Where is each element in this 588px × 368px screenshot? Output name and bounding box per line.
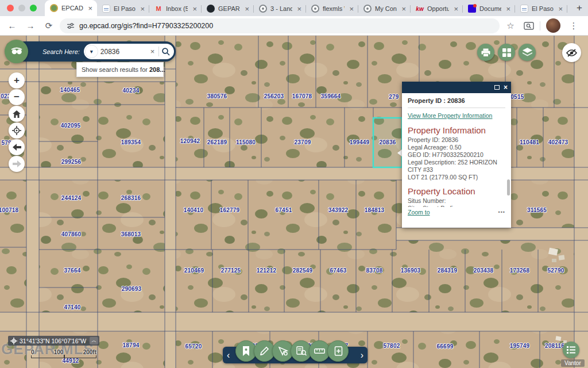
eye-slash-icon <box>566 48 577 57</box>
forward-icon[interactable]: → <box>23 18 38 33</box>
tab-label: flexmls W <box>323 5 345 12</box>
toolbar-next-icon[interactable]: › <box>361 351 363 360</box>
bookmark-star-icon[interactable]: ☆ <box>503 18 518 33</box>
search-suggestion[interactable]: Show search results for 208... <box>76 62 164 77</box>
new-tab-button[interactable]: + <box>572 2 588 16</box>
tab-close-icon[interactable]: × <box>243 5 250 13</box>
legend-button[interactable] <box>563 342 579 358</box>
property-field: LOT 21 (21779.00 SQ FT) <box>408 174 505 181</box>
address-bar[interactable]: go.epcad.org/gis?find=H77903325200200 <box>60 18 500 33</box>
parcel-label: 40234 <box>123 87 140 94</box>
toolbar-divider <box>540 21 540 30</box>
tab-close-icon[interactable]: × <box>452 5 459 13</box>
back-arrow-icon <box>13 144 21 151</box>
hide-ui-button[interactable] <box>562 43 581 62</box>
property-field: Property ID: 20836 <box>408 136 505 144</box>
window-minimize-button[interactable] <box>18 5 25 12</box>
window-controls[interactable] <box>0 5 45 16</box>
browser-tab[interactable]: El Paso Ce× <box>515 1 567 16</box>
browser-titlebar: EPCAD GI×El Paso C×MInbox (5,2×GEPAR Da×… <box>0 0 588 16</box>
browser-tab[interactable]: MInbox (5,2× <box>149 1 202 16</box>
zoom-out-button[interactable]: − <box>9 89 25 105</box>
tab-search-icon[interactable] <box>524 22 534 30</box>
print-icon <box>481 48 490 57</box>
tab-close-icon[interactable]: × <box>296 5 303 13</box>
browser-tab[interactable]: EPCAD GI× <box>45 0 97 16</box>
browser-tab[interactable]: El Paso C× <box>97 1 149 16</box>
tab-close-icon[interactable]: × <box>400 5 407 13</box>
tab-close-icon[interactable]: × <box>348 5 355 13</box>
tab-close-icon[interactable]: × <box>557 5 564 13</box>
scale-label: 0 <box>31 349 34 355</box>
basemap-button[interactable] <box>498 44 515 61</box>
add-data-tool-button[interactable] <box>327 340 349 362</box>
zoom-in-button[interactable]: + <box>9 72 25 89</box>
browser-tab[interactable]: flexmls W× <box>306 1 358 16</box>
browser-tab[interactable]: kwOpportun× <box>411 1 463 16</box>
profile-avatar[interactable] <box>546 18 560 33</box>
kw-favicon: kw <box>416 5 424 13</box>
reload-icon[interactable]: ⟳ <box>41 18 56 33</box>
home-button[interactable] <box>9 106 25 122</box>
browser-toolbar: ← → ⟳ go.epcad.org/gis?find=H77903325200… <box>0 16 588 36</box>
popup-scrollbar[interactable] <box>507 179 510 195</box>
parcel-label: 407860 <box>61 231 82 237</box>
property-field: Legal Acreage: 0.50 <box>408 144 505 151</box>
tab-strip[interactable]: EPCAD GI×El Paso C×MInbox (5,2×GEPAR Da×… <box>45 0 572 16</box>
previous-extent-button[interactable] <box>9 139 25 155</box>
search-input[interactable] <box>100 48 146 56</box>
coordinates-readout: 31°41'33"N 106°07'16"W <box>17 338 90 344</box>
toolbar-right: ☆ ⋮ <box>503 18 583 33</box>
parcel-label: 380576 <box>207 93 227 99</box>
target-favicon <box>311 5 319 13</box>
popup-more-icon[interactable]: ••• <box>498 209 505 215</box>
tab-label: Documen <box>479 5 501 12</box>
view-more-link[interactable]: View More Property Information <box>408 112 492 119</box>
parcel-label: 57802 <box>384 343 400 349</box>
search-input-group[interactable]: ▾ × <box>84 44 175 59</box>
back-icon[interactable]: ← <box>5 18 20 33</box>
parcel-label: 184813 <box>365 207 385 213</box>
layers-button[interactable] <box>519 44 536 61</box>
tab-close-icon[interactable]: × <box>191 5 198 13</box>
print-button[interactable] <box>477 44 494 61</box>
popup-close-icon[interactable]: × <box>504 84 508 91</box>
pencil-icon <box>260 346 269 356</box>
parcel-label: 277125 <box>221 267 241 274</box>
gis-search-bar[interactable]: Search Here: ▾ × <box>15 41 176 62</box>
suggestion-ellipsis: ... <box>160 66 165 73</box>
zoom-to-link[interactable]: Zoom to <box>408 209 430 216</box>
parcel-label: 115080 <box>236 139 256 145</box>
tab-label: El Paso Ce <box>532 5 554 12</box>
imagery-attribution: Vantor <box>561 359 585 367</box>
toolbar-prev-icon[interactable]: ‹ <box>227 351 230 360</box>
parcel-label: 167078 <box>292 93 312 99</box>
tab-close-icon[interactable]: × <box>139 5 146 13</box>
parcel-label: 120942 <box>180 138 200 144</box>
tab-close-icon[interactable]: × <box>505 5 512 13</box>
window-zoom-button[interactable] <box>30 5 37 12</box>
chevron-down-icon: ▾ <box>90 48 93 55</box>
browser-tab[interactable]: GEPAR Da× <box>202 1 254 16</box>
next-extent-button[interactable] <box>9 156 25 172</box>
grid-icon <box>502 48 511 57</box>
browser-tab[interactable]: My Conta× <box>358 1 411 16</box>
locate-button[interactable] <box>9 122 25 139</box>
popup-maximize-icon[interactable] <box>494 85 500 90</box>
window-close-button[interactable] <box>7 5 14 12</box>
tab-close-icon[interactable]: × <box>87 5 94 12</box>
url-text[interactable]: go.epcad.org/gis?find=H77903325200200 <box>79 22 213 30</box>
map-canvas[interactable]: 0235796100718140465402344020951893542992… <box>0 36 588 368</box>
page-favicon <box>520 5 528 13</box>
clear-search-icon[interactable]: × <box>149 47 157 56</box>
browser-tab[interactable]: 3 - Land× <box>254 1 306 16</box>
parcel-label: 44912 <box>63 358 79 364</box>
coord-expand-icon[interactable]: ︿ <box>90 337 98 344</box>
browser-tab[interactable]: Documen× <box>463 1 515 16</box>
parcel-label: 100718 <box>0 207 18 213</box>
menu-dots-icon[interactable]: ⋮ <box>566 18 581 33</box>
search-icon[interactable] <box>161 47 171 56</box>
search-type-dropdown[interactable]: ▾ <box>85 45 98 58</box>
parcel-label: 52790 <box>548 267 564 274</box>
popup-header: × <box>402 82 511 93</box>
